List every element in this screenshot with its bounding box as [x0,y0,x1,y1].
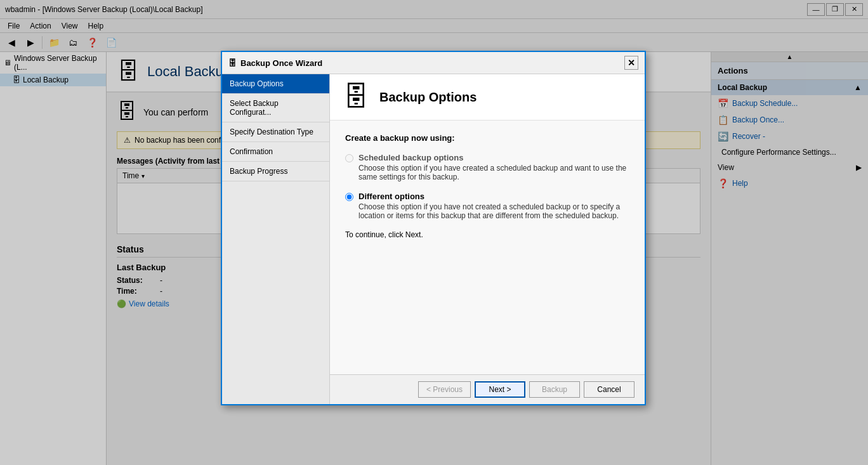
backup-button[interactable]: Backup [529,381,580,398]
wizard-nav-label-0: Backup Options [230,79,284,88]
wizard-header-title: Backup Options [379,90,477,105]
cancel-button[interactable]: Cancel [584,381,635,398]
radio-scheduled-label: Scheduled backup options [358,153,629,162]
dialog-title-bar: 🗄 Backup Once Wizard ✕ [222,52,645,74]
radio-different-label: Different options [358,192,629,201]
radio-scheduled[interactable] [345,154,353,162]
wizard-nav-label-3: Confirmation [230,147,273,156]
wizard-nav: Backup Options Select Backup Configurat.… [222,74,330,404]
wizard-nav-confirmation[interactable]: Confirmation [222,142,329,162]
radio-different[interactable] [345,193,353,201]
dialog-title-icon: 🗄 [228,58,237,68]
wizard-header: 🗄 Backup Options [330,74,645,121]
wizard-nav-label-4: Backup Progress [230,167,287,176]
wizard-body: Create a backup now using: Scheduled bac… [330,121,645,374]
radio-option-scheduled: Scheduled backup options Choose this opt… [345,153,629,181]
previous-button[interactable]: < Previous [418,381,471,398]
dialog-content: Backup Options Select Backup Configurat.… [222,74,645,404]
wizard-nav-backup-options[interactable]: Backup Options [222,74,329,94]
wizard-footer-text: To continue, click Next. [345,230,629,239]
dialog-title-label: Backup Once Wizard [240,58,322,68]
wizard-nav-select-config[interactable]: Select Backup Configurat... [222,94,329,122]
radio-different-desc: Choose this option if you have not creat… [358,202,629,220]
wizard-main: 🗄 Backup Options Create a backup now usi… [330,74,645,404]
radio-scheduled-content: Scheduled backup options Choose this opt… [358,153,629,181]
radio-scheduled-desc: Choose this option if you have created a… [358,164,629,181]
wizard-buttons: < Previous Next > Backup Cancel [330,374,645,404]
wizard-nav-label-1: Select Backup Configurat... [230,99,279,117]
wizard-nav-label-2: Specify Destination Type [230,128,313,136]
dialog-close-button[interactable]: ✕ [624,56,638,70]
radio-option-different: Different options Choose this option if … [345,192,629,220]
wizard-header-icon: 🗄 [343,82,369,112]
dialog-overlay: 🗄 Backup Once Wizard ✕ Backup Options Se… [0,0,868,465]
backup-wizard-dialog: 🗄 Backup Once Wizard ✕ Backup Options Se… [221,51,646,405]
next-button[interactable]: Next > [475,381,525,398]
wizard-nav-backup-progress[interactable]: Backup Progress [222,162,329,181]
wizard-body-label: Create a backup now using: [345,133,629,143]
wizard-nav-specify-destination[interactable]: Specify Destination Type [222,122,329,142]
radio-different-content: Different options Choose this option if … [358,192,629,220]
dialog-title-text: 🗄 Backup Once Wizard [228,58,322,68]
